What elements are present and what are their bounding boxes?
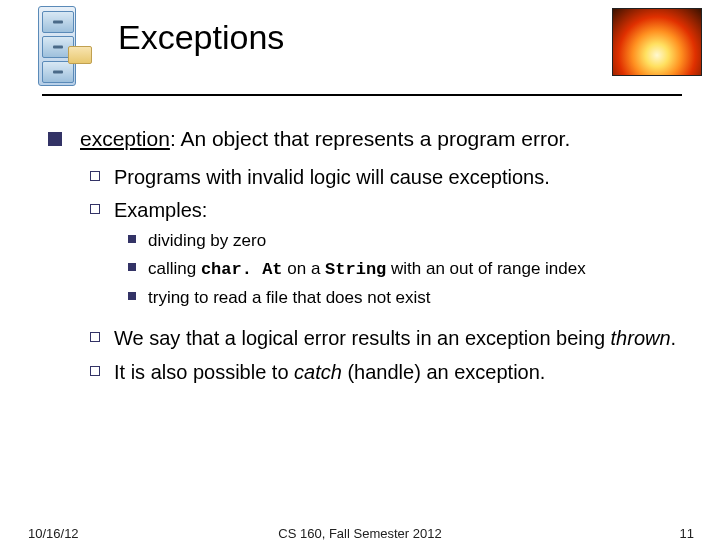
example-text: calling char. At on a String with an out…	[148, 258, 586, 281]
definition-text: : An object that represents a program er…	[170, 127, 570, 150]
square-bullet-icon	[48, 132, 62, 146]
explosion-icon	[612, 8, 702, 76]
bullet-level2: We say that a logical error results in a…	[90, 326, 690, 352]
small-square-bullet-icon	[128, 235, 136, 243]
sub-bullet-text: We say that a logical error results in a…	[114, 326, 676, 352]
title-underline	[42, 94, 682, 96]
text-fragment: We say that a logical error results in a…	[114, 327, 611, 349]
file-cabinet-icon	[38, 6, 90, 92]
slide-header: Exceptions	[0, 0, 720, 100]
slide-title: Exceptions	[118, 18, 284, 57]
text-fragment: (handle) an exception.	[342, 361, 545, 383]
code-text: char. At	[201, 260, 283, 279]
outline-square-bullet-icon	[90, 366, 100, 376]
small-square-bullet-icon	[128, 263, 136, 271]
bullet-level3: dividing by zero	[128, 230, 690, 252]
text-fragment: It is also possible to	[114, 361, 294, 383]
footer-page-number: 11	[680, 526, 694, 540]
bullet-level2: Programs with invalid logic will cause e…	[90, 165, 690, 191]
footer-date: 10/16/12	[28, 526, 79, 540]
italic-text: catch	[294, 361, 342, 383]
term: exception	[80, 127, 170, 150]
example-text: trying to read a file that does not exis…	[148, 287, 431, 309]
code-text: String	[325, 260, 386, 279]
sub-bullet-text: It is also possible to catch (handle) an…	[114, 360, 545, 386]
slide-body: exception: An object that represents a p…	[0, 108, 720, 386]
bullet-level2: It is also possible to catch (handle) an…	[90, 360, 690, 386]
sub-bullet-text: Programs with invalid logic will cause e…	[114, 165, 550, 191]
small-square-bullet-icon	[128, 292, 136, 300]
text-fragment: with an out of range index	[386, 259, 585, 278]
outline-square-bullet-icon	[90, 332, 100, 342]
footer-course: CS 160, Fall Semester 2012	[278, 526, 441, 540]
bullet-level3: calling char. At on a String with an out…	[128, 258, 690, 281]
text-fragment: calling	[148, 259, 201, 278]
sub-bullet-text: Examples:	[114, 198, 207, 224]
text-fragment: .	[671, 327, 677, 349]
bullet-level2: Examples:	[90, 198, 690, 224]
example-text: dividing by zero	[148, 230, 266, 252]
text-fragment: on a	[283, 259, 326, 278]
bullet-level1: exception: An object that represents a p…	[48, 126, 690, 153]
bullet-level3: trying to read a file that does not exis…	[128, 287, 690, 309]
outline-square-bullet-icon	[90, 171, 100, 181]
outline-square-bullet-icon	[90, 204, 100, 214]
italic-text: thrown	[611, 327, 671, 349]
